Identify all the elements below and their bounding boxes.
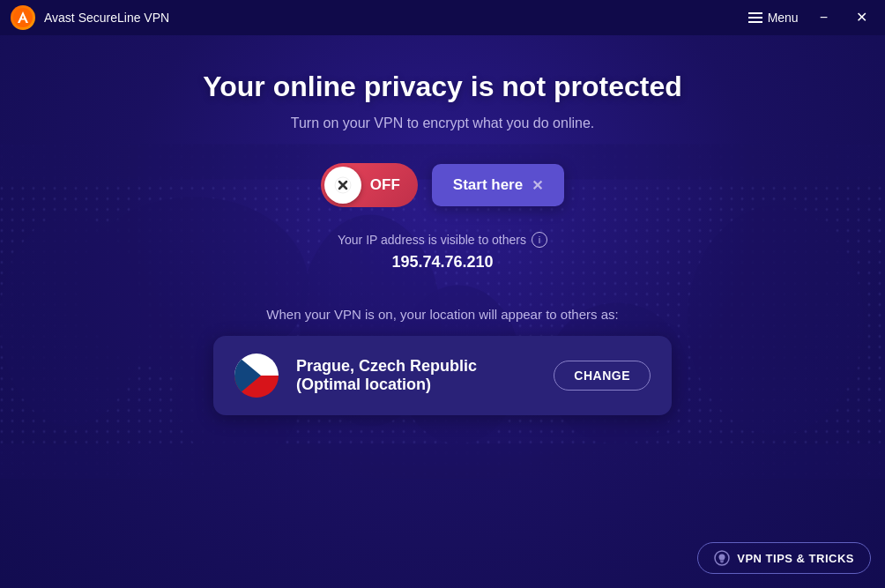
titlebar: Avast SecureLine VPN Menu − ✕: [0, 0, 885, 35]
info-icon[interactable]: i: [532, 232, 547, 248]
bulb-icon: [714, 550, 730, 566]
location-optimal: (Optimal location): [296, 376, 536, 394]
main-headline: Your online privacy is not protected: [203, 71, 682, 103]
ip-visible-row: Your IP address is visible to others i: [338, 232, 547, 248]
location-card: Prague, Czech Republic (Optimal location…: [213, 336, 672, 415]
menu-label: Menu: [768, 11, 799, 25]
location-name: Prague, Czech Republic: [296, 357, 536, 376]
close-button[interactable]: ✕: [849, 7, 874, 28]
svg-rect-11: [0, 444, 885, 480]
flag-blue-triangle: [234, 354, 261, 398]
svg-point-0: [13, 8, 33, 27]
vpn-tips-label: VPN TIPS & TRICKS: [737, 552, 854, 565]
svg-rect-17: [721, 562, 724, 563]
titlebar-left: Avast SecureLine VPN: [11, 5, 169, 30]
content-wrapper: Your online privacy is not protected Tur…: [0, 71, 885, 415]
start-here-close-icon: ✕: [532, 177, 543, 194]
start-here-label: Start here: [453, 176, 523, 194]
main-content: Your online privacy is not protected Tur…: [0, 35, 885, 588]
x-icon: [334, 176, 352, 194]
titlebar-controls: Menu − ✕: [748, 7, 874, 28]
svg-rect-16: [720, 561, 724, 562]
hamburger-icon: [748, 12, 762, 23]
change-location-button[interactable]: CHANGE: [554, 361, 651, 391]
ip-visible-text: Your IP address is visible to others: [338, 233, 526, 247]
subtitle-text: Turn on your VPN to encrypt what you do …: [291, 115, 594, 131]
ip-address: 195.74.76.210: [338, 253, 547, 272]
toggle-knob: [324, 167, 361, 204]
vpn-toggle[interactable]: OFF: [321, 163, 418, 207]
location-section: When your VPN is on, your location will …: [213, 307, 672, 415]
location-description: When your VPN is on, your location will …: [213, 307, 672, 322]
app-title: Avast SecureLine VPN: [44, 11, 169, 25]
czech-flag: [234, 354, 279, 398]
vpn-tips-button[interactable]: VPN TIPS & TRICKS: [697, 542, 871, 574]
avast-logo: [11, 5, 35, 30]
menu-button[interactable]: Menu: [748, 11, 799, 25]
toggle-row: OFF Start here ✕: [321, 163, 564, 207]
start-here-button[interactable]: Start here ✕: [432, 164, 564, 206]
minimize-button[interactable]: −: [813, 7, 835, 28]
flag-czech-republic: [234, 354, 279, 398]
ip-section: Your IP address is visible to others i 1…: [338, 232, 547, 272]
location-info: Prague, Czech Republic (Optimal location…: [296, 357, 536, 394]
toggle-label: OFF: [361, 176, 414, 194]
